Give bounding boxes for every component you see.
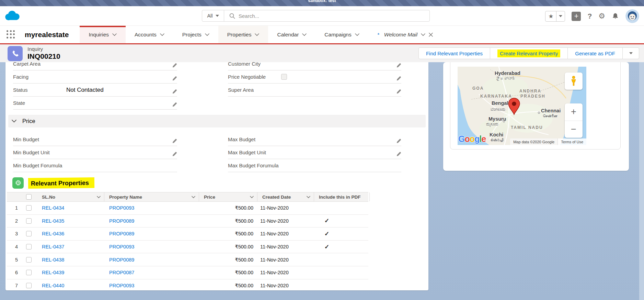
row-checkbox[interactable] (26, 270, 32, 275)
row-checkbox[interactable] (26, 244, 32, 249)
tab-label: Welcome Mail (384, 32, 417, 38)
app-launcher-waffle-icon[interactable] (7, 30, 15, 39)
relevant-properties-table: SL.No Property Name Price Created Date (7, 192, 368, 290)
chevron-down-icon[interactable] (421, 33, 425, 36)
price-negotiable-checkbox[interactable] (281, 74, 287, 80)
search-scope-selector[interactable]: All (202, 10, 224, 21)
page-scrollbar[interactable] (639, 62, 644, 300)
row-checkbox[interactable] (26, 218, 32, 224)
tab-welcome-mail[interactable]: * Welcome Mail (368, 26, 442, 43)
map-label-pradesh: PRADESH (520, 94, 545, 99)
details-panel: Carpet Area Facing Status Not Contacted (5, 62, 428, 290)
edit-field-pencil-icon[interactable] (396, 89, 401, 94)
tab-calendar[interactable]: Calendar (268, 26, 315, 43)
column-header-sl-no[interactable]: SL.No (37, 192, 104, 201)
property-name-link[interactable]: PROP0093 (104, 205, 199, 211)
tab-inquiries[interactable]: Inquiries (80, 26, 126, 43)
sandbox-banner: sandbox: test (0, 0, 644, 6)
favorites-star-icon[interactable]: ★ (545, 11, 556, 21)
terms-of-use-link[interactable]: Terms of Use (557, 138, 586, 145)
price-section-header[interactable]: Price (8, 115, 426, 127)
record-action-buttons: Find Relevant Properties Create Relevant… (418, 47, 639, 59)
chevron-down-icon[interactable] (112, 33, 117, 36)
select-all-checkbox[interactable] (26, 194, 32, 200)
google-logo[interactable]: Google (458, 134, 486, 144)
search-input[interactable] (239, 13, 429, 19)
find-relevant-properties-button[interactable]: Find Relevant Properties (419, 48, 490, 59)
chevron-down-icon (559, 15, 562, 17)
column-header-price[interactable]: Price (199, 192, 257, 201)
sl-no-link[interactable]: REL-0440 (37, 283, 104, 288)
map-label-hyderabad-telugu: హైదరాబాద్ (496, 77, 516, 81)
sl-no-link[interactable]: REL-0436 (37, 231, 104, 236)
notifications-bell-icon[interactable] (612, 12, 619, 20)
edit-field-pencil-icon[interactable] (396, 63, 401, 68)
row-checkbox[interactable] (26, 205, 32, 211)
create-relevant-property-button[interactable]: Create Relevant Property (490, 48, 567, 59)
row-checkbox[interactable] (26, 257, 32, 263)
google-map[interactable]: Hyderabad హైదరాబాద్ GOA KARNATAKA ANDHRA… (458, 67, 586, 145)
sl-no-link[interactable]: REL-0434 (37, 205, 104, 211)
zoom-in-button[interactable]: + (565, 103, 583, 121)
section-collapse-chevron-icon[interactable] (12, 120, 16, 123)
more-actions-dropdown-button[interactable] (622, 48, 639, 59)
property-name-link[interactable]: PROP0093 (104, 244, 199, 249)
sl-no-link[interactable]: REL-0438 (37, 257, 104, 263)
sl-no-link[interactable]: REL-0437 (37, 244, 104, 249)
tab-properties[interactable]: Properties (218, 26, 268, 43)
tab-label: Campaigns (324, 32, 351, 38)
column-header-created-date[interactable]: Created Date (257, 192, 314, 201)
table-row: 1 REL-0434 PROP0093 ₹500.00 11-Nov-2020 (7, 202, 368, 215)
edit-field-pencil-icon[interactable] (172, 152, 177, 157)
generate-as-pdf-button[interactable]: Generate as PDF (567, 48, 622, 59)
edit-field-pencil-icon[interactable] (172, 102, 177, 107)
sl-no-link[interactable]: REL-0435 (37, 218, 104, 224)
property-name-link[interactable]: PROP0093 (104, 283, 199, 288)
include-pdf-checkmark: ✓ (314, 217, 370, 224)
setup-gear-icon[interactable]: ⚙ (598, 12, 605, 20)
tab-accounts[interactable]: Accounts (126, 26, 173, 43)
street-view-pegman-control[interactable] (565, 73, 583, 90)
zoom-out-button[interactable]: − (565, 121, 583, 138)
favorites-dropdown-button[interactable] (556, 11, 565, 21)
logo-letter: g (474, 134, 479, 144)
edit-field-pencil-icon[interactable] (172, 63, 177, 68)
edit-field-pencil-icon[interactable] (396, 152, 401, 157)
button-label-highlighted: Create Relevant Property (497, 49, 560, 57)
edit-field-pencil-icon[interactable] (396, 138, 401, 144)
row-checkbox[interactable] (26, 231, 32, 236)
inquiry-phone-icon (8, 46, 23, 61)
field-label: Carpet Area (13, 62, 66, 67)
property-name-link[interactable]: PROP0087 (104, 270, 199, 275)
user-avatar[interactable] (625, 9, 639, 23)
help-icon[interactable]: ? (587, 12, 592, 20)
sort-chevron-icon (307, 196, 310, 198)
map-label-mysuru-kannada: ಮೈಸೂರು (486, 122, 498, 126)
property-name-link[interactable]: PROP0089 (104, 257, 199, 263)
property-name-link[interactable]: PROP0089 (104, 231, 199, 236)
tab-label: Accounts (135, 32, 157, 38)
edit-field-pencil-icon[interactable] (172, 76, 177, 81)
close-icon[interactable] (429, 33, 433, 37)
field-label: Max Budget Forumula (228, 163, 281, 168)
edit-field-pencil-icon[interactable] (172, 89, 177, 94)
tab-projects[interactable]: Projects (173, 26, 218, 43)
chevron-down-icon[interactable] (355, 33, 359, 36)
column-header-property-name[interactable]: Property Name (104, 192, 199, 201)
sl-no-link[interactable]: REL-0439 (37, 270, 104, 275)
property-name-link[interactable]: PROP0089 (104, 218, 199, 224)
chevron-down-icon[interactable] (255, 33, 259, 36)
chevron-down-icon[interactable] (160, 33, 164, 36)
global-actions-add-icon[interactable]: + (572, 12, 581, 21)
tab-campaigns[interactable]: Campaigns (315, 26, 368, 43)
pegman-icon (569, 75, 578, 87)
chevron-down-icon[interactable] (205, 33, 209, 36)
edit-field-pencil-icon[interactable] (172, 138, 177, 144)
edit-field-pencil-icon[interactable] (396, 76, 401, 81)
row-number-header (7, 192, 21, 201)
field-label: Facing (13, 74, 66, 80)
chevron-down-icon[interactable] (302, 33, 307, 36)
row-checkbox[interactable] (26, 283, 32, 288)
field-label: Max Budget (228, 136, 281, 142)
created-date-cell: 11-Nov-2020 (257, 231, 314, 236)
